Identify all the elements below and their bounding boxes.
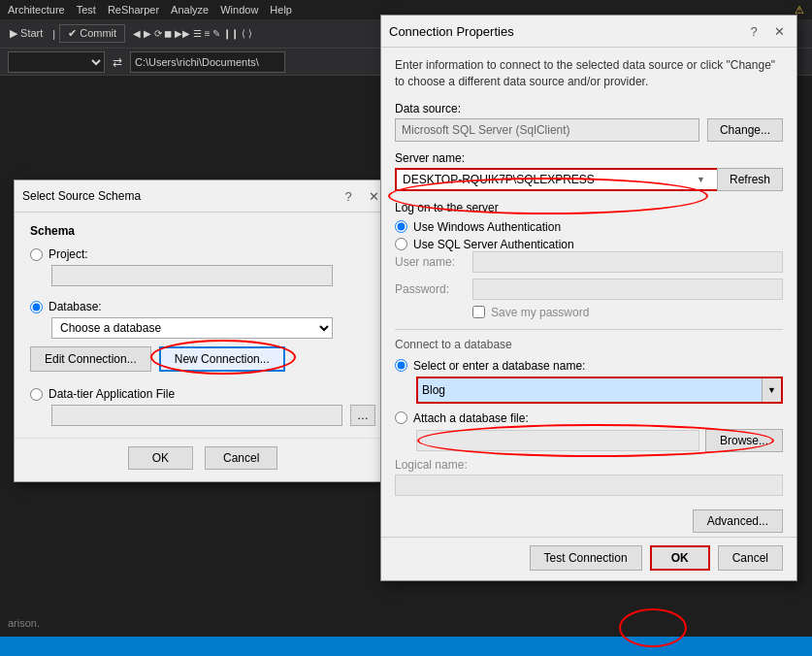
database-dropdown[interactable]: Choose a database: [51, 317, 333, 339]
data-source-input[interactable]: [395, 118, 699, 142]
connect-db-title: Connect to a database: [395, 329, 783, 351]
attach-file-input[interactable]: [416, 430, 699, 451]
logon-fields: User name: Password: Save my password: [395, 251, 783, 319]
sql-auth-label: Use SQL Server Authentication: [413, 238, 574, 251]
edit-connection-button[interactable]: Edit Connection...: [30, 346, 151, 372]
conn-ok-button[interactable]: OK: [650, 545, 710, 571]
menu-architecture[interactable]: Architecture: [8, 4, 65, 16]
username-input[interactable]: [472, 251, 783, 273]
win-auth-label: Use Windows Authentication: [413, 220, 561, 234]
menu-analyze[interactable]: Analyze: [171, 4, 209, 16]
database-section: Database: Choose a database Edit Connect…: [30, 300, 375, 372]
connection-buttons-row: Edit Connection... New Connection...: [30, 346, 375, 372]
password-label: Password:: [395, 282, 472, 296]
schema-help-button[interactable]: ?: [339, 186, 358, 206]
logon-title: Log on to the server: [395, 201, 783, 214]
database-radio-label: Database:: [49, 300, 102, 313]
advanced-button[interactable]: Advanced...: [693, 509, 783, 533]
logon-section: Log on to the server Use Windows Authent…: [395, 201, 783, 319]
commit-button[interactable]: ✔ Commit: [59, 24, 125, 43]
schema-ok-button[interactable]: OK: [128, 446, 193, 470]
win-auth-radio[interactable]: [395, 220, 407, 233]
select-db-radio-row: Select or enter a database name:: [395, 359, 783, 373]
addr-arrows: ⇄: [113, 55, 122, 69]
schema-radio-group: Project: Database: Choose a database: [30, 247, 375, 426]
project-section: Project:: [30, 247, 375, 286]
schema-title-actions: ? ✕: [339, 186, 383, 206]
change-button[interactable]: Change...: [707, 118, 783, 142]
conn-help-button[interactable]: ?: [744, 21, 763, 41]
menu-window[interactable]: Window: [220, 4, 258, 16]
save-password-checkbox[interactable]: [472, 306, 485, 318]
conn-body: Enter information to connect to the sele…: [381, 48, 796, 506]
datatier-section: Data-tier Application File …: [30, 387, 375, 426]
schema-footer: OK Cancel: [15, 438, 391, 481]
conn-footer: Test Connection OK Cancel: [381, 537, 796, 580]
project-input[interactable]: [51, 265, 333, 286]
db-combo-arrow[interactable]: ▼: [762, 378, 781, 402]
select-db-label: Select or enter a database name:: [413, 359, 585, 373]
schema-dialog-title: Select Source Schema: [22, 189, 141, 203]
password-input[interactable]: [472, 279, 783, 300]
select-source-schema-dialog: Select Source Schema ? ✕ Schema Project:: [14, 180, 392, 482]
toolbar-separator: |: [52, 28, 55, 40]
browse-button[interactable]: Browse...: [705, 429, 783, 452]
menu-test[interactable]: Test: [77, 4, 96, 16]
logical-name-input[interactable]: [395, 475, 783, 496]
refresh-button[interactable]: Refresh: [717, 168, 783, 191]
project-radio-row: Project:: [30, 247, 375, 261]
conn-cancel-button[interactable]: Cancel: [718, 545, 783, 571]
advanced-row: Advanced...: [381, 506, 796, 537]
conn-description: Enter information to connect to the sele…: [395, 57, 783, 90]
server-name-input[interactable]: [395, 168, 722, 191]
db-name-input[interactable]: [418, 378, 762, 402]
win-auth-row: Use Windows Authentication: [395, 220, 783, 234]
project-radio-label: Project:: [49, 247, 88, 261]
database-radio[interactable]: [30, 301, 43, 313]
data-source-row: Change...: [395, 118, 783, 142]
start-button[interactable]: ▶ Start: [4, 25, 49, 42]
addr-path-input[interactable]: [130, 51, 285, 73]
attach-file-row: Browse...: [416, 429, 783, 452]
schema-title-bar: Select Source Schema ? ✕: [15, 180, 391, 213]
conn-dialog-title: Connection Properties: [389, 24, 514, 39]
schema-section-label: Schema: [30, 224, 375, 238]
database-sub: Choose a database: [51, 317, 375, 339]
attach-file-radio[interactable]: [395, 411, 407, 424]
password-row: Password:: [395, 279, 783, 300]
logical-name-label: Logical name:: [395, 458, 783, 472]
datatier-radio-row: Data-tier Application File: [30, 387, 375, 401]
schema-cancel-button[interactable]: Cancel: [205, 446, 277, 470]
menu-resharper[interactable]: ReSharper: [108, 4, 159, 16]
sql-auth-radio[interactable]: [395, 238, 407, 250]
datatier-input[interactable]: [51, 405, 342, 426]
datatier-browse-button[interactable]: …: [350, 405, 375, 426]
db-combo-wrapper: ▼: [416, 377, 783, 404]
save-password-label: Save my password: [491, 306, 589, 319]
menu-help[interactable]: Help: [270, 4, 292, 16]
server-name-label: Server name:: [395, 151, 783, 165]
server-name-row: ▼ Refresh: [395, 168, 783, 191]
test-connection-button[interactable]: Test Connection: [530, 545, 642, 571]
conn-close-button[interactable]: ✕: [769, 21, 789, 41]
database-dropdown-wrapper: Choose a database: [51, 317, 333, 339]
new-connection-button[interactable]: New Connection...: [159, 346, 285, 372]
project-radio[interactable]: [30, 248, 43, 261]
data-source-label: Data source:: [395, 102, 783, 115]
datatier-radio-label: Data-tier Application File: [49, 387, 175, 401]
datatier-radio[interactable]: [30, 388, 43, 401]
database-radio-row: Database:: [30, 300, 375, 313]
select-db-radio[interactable]: [395, 359, 407, 372]
project-sub: [51, 265, 375, 286]
comparison-text: arison.: [8, 617, 40, 629]
attach-file-label: Attach a database file:: [413, 411, 529, 425]
conn-title-bar: Connection Properties ? ✕: [381, 16, 796, 48]
addr-dropdown[interactable]: [8, 51, 105, 73]
toolbar-icons: ◀ ▶ ⟳ ◼ ▶▶ ☰ ≡ ✎ ❙❙ ⟨ ⟩: [133, 28, 252, 39]
datatier-sub: …: [51, 405, 375, 426]
sql-auth-row: Use SQL Server Authentication: [395, 238, 783, 251]
attach-file-radio-row: Attach a database file:: [395, 411, 783, 425]
username-label: User name:: [395, 255, 472, 269]
schema-body: Schema Project: Database:: [15, 213, 391, 438]
connection-properties-dialog: Connection Properties ? ✕ Enter informat…: [380, 15, 797, 581]
